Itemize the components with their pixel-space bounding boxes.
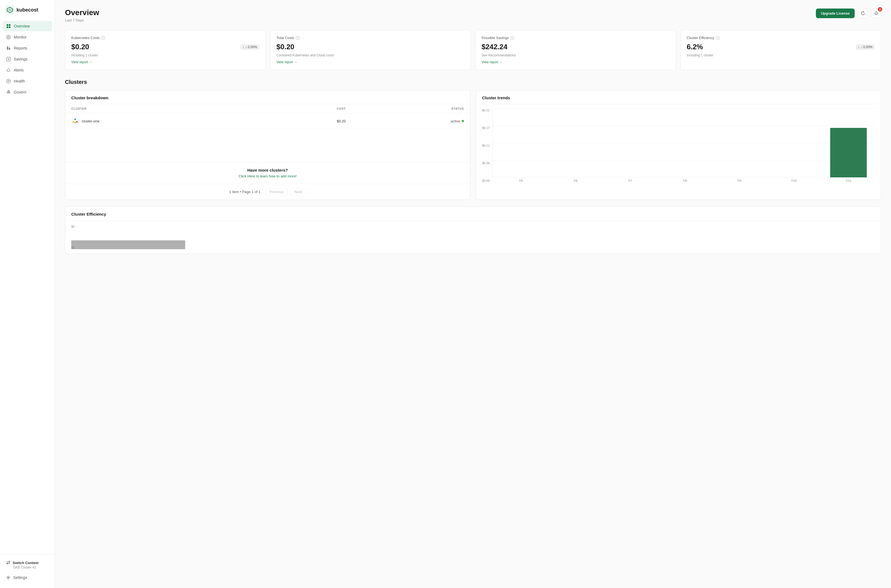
y-label: $0.17 bbox=[482, 126, 490, 129]
savings-icon bbox=[6, 57, 11, 62]
trends-y-labels: $0.22$0.17$0.11$0.06$0.00 bbox=[482, 109, 493, 182]
col-cost: COST bbox=[253, 104, 352, 113]
bar-wrap bbox=[822, 109, 875, 177]
eff-y-label: $0 bbox=[71, 246, 75, 249]
chart-bar bbox=[830, 128, 867, 177]
arrow-down-icon: ↓ bbox=[242, 45, 244, 49]
info-icon-savings[interactable]: i bbox=[511, 36, 514, 40]
x-label: 7/9 bbox=[713, 179, 766, 182]
trends-bars-area: 7/57/67/77/87/97/107/11 bbox=[493, 109, 875, 182]
svg-rect-3 bbox=[7, 26, 8, 28]
cluster-cost-cell: $0.20 bbox=[253, 113, 352, 129]
y-label: $0.06 bbox=[482, 162, 490, 165]
svg-point-5 bbox=[7, 35, 11, 39]
metric-badge-kubernetes: ↓ ↓ 0.00% bbox=[240, 44, 259, 50]
svg-point-22 bbox=[73, 121, 74, 123]
page-header: Overview Last 7 Days Upgrade License 2 bbox=[65, 8, 881, 22]
sidebar-item-govern-label: Govern bbox=[14, 90, 26, 94]
svg-point-6 bbox=[8, 36, 9, 38]
arrow-down-icon-eff: ↓ bbox=[858, 45, 859, 49]
switch-icon bbox=[6, 561, 11, 565]
sidebar-item-monitor[interactable]: Monitor bbox=[3, 32, 52, 42]
sidebar-item-savings[interactable]: Savings bbox=[3, 54, 52, 64]
overview-icon bbox=[6, 24, 11, 28]
logo[interactable]: kubecost bbox=[0, 6, 55, 21]
next-button[interactable]: Next bbox=[290, 188, 306, 196]
sidebar-item-reports[interactable]: Reports bbox=[3, 43, 52, 53]
refresh-button[interactable] bbox=[858, 8, 868, 18]
header-actions: Upgrade License 2 bbox=[816, 8, 881, 18]
metric-card-possible-savings: Possible Savings i $242.24 See Recommend… bbox=[475, 30, 676, 70]
header-left: Overview Last 7 Days bbox=[65, 8, 99, 22]
efficiency-y-labels: $0$0 bbox=[71, 225, 75, 249]
svg-rect-4 bbox=[9, 26, 11, 28]
bar-wrap bbox=[713, 109, 766, 177]
sidebar-item-reports-label: Reports bbox=[14, 46, 27, 50]
bar-wrap bbox=[768, 109, 820, 177]
govern-icon bbox=[6, 90, 11, 94]
sidebar-item-health[interactable]: Health bbox=[3, 76, 52, 86]
sidebar-item-savings-label: Savings bbox=[14, 57, 27, 62]
switch-context-button[interactable]: Switch Context GKE Cluster #1 bbox=[3, 557, 52, 573]
metric-value-row-kubernetes: $0.20 ↓ ↓ 0.00% bbox=[71, 43, 260, 51]
metric-label-efficiency: Cluster Efficiency i bbox=[687, 36, 875, 40]
efficiency-chart: $0$0 bbox=[65, 220, 881, 254]
sidebar-item-settings[interactable]: Settings bbox=[3, 573, 52, 582]
eff-y-label: $0 bbox=[71, 225, 75, 228]
trends-x-labels: 7/57/67/77/87/97/107/11 bbox=[493, 179, 875, 182]
bar-wrap bbox=[495, 109, 547, 177]
col-cluster: CLUSTER bbox=[65, 104, 253, 113]
sidebar-bottom: Switch Context GKE Cluster #1 Settings bbox=[0, 554, 55, 582]
cluster-name-cell: cluster-one bbox=[65, 113, 253, 129]
pagination-info: 1 item • Page 1 of 1 bbox=[229, 190, 261, 194]
metric-badge-efficiency: ↓ ↓ 0.00% bbox=[856, 44, 875, 50]
y-label: $0.22 bbox=[482, 109, 490, 112]
svg-rect-17 bbox=[8, 90, 10, 91]
trends-chart-area: $0.22$0.17$0.11$0.06$0.00 7/57/67/77 bbox=[476, 104, 881, 187]
svg-rect-7 bbox=[7, 46, 8, 50]
metric-link-kubernetes[interactable]: View report → bbox=[71, 60, 92, 64]
cluster-breakdown-card: Cluster breakdown CLUSTER COST STATUS bbox=[65, 90, 470, 200]
info-icon-total[interactable]: i bbox=[296, 36, 300, 40]
sidebar-item-alerts[interactable]: Alerts bbox=[3, 65, 52, 75]
status-dot bbox=[462, 120, 464, 122]
promo-row: Have more clusters? Click Here to learn … bbox=[65, 162, 470, 184]
svg-rect-1 bbox=[7, 24, 8, 26]
logo-text: kubecost bbox=[17, 7, 38, 13]
info-icon-efficiency[interactable]: i bbox=[716, 36, 720, 40]
svg-point-20 bbox=[74, 118, 76, 120]
switch-context-label: Switch Context bbox=[6, 561, 49, 565]
alerts-icon bbox=[6, 68, 11, 73]
bar-wrap bbox=[659, 109, 711, 177]
metric-value-row-total: $0.20 bbox=[276, 43, 465, 51]
svg-point-19 bbox=[72, 117, 79, 124]
metric-value-total: $0.20 bbox=[276, 43, 294, 51]
sidebar-item-govern[interactable]: Govern bbox=[3, 87, 52, 98]
refresh-icon bbox=[861, 11, 865, 15]
notifications-button[interactable]: 2 bbox=[871, 8, 881, 18]
metric-label-kubernetes: Kubernetes Costs i bbox=[71, 36, 260, 40]
sidebar-item-overview[interactable]: Overview bbox=[3, 21, 52, 32]
info-icon-kubernetes[interactable]: i bbox=[101, 36, 105, 40]
promo-link[interactable]: Click Here to learn how to add more! bbox=[71, 174, 464, 178]
metric-desc-efficiency: Including 1 cluster bbox=[687, 53, 875, 57]
reports-icon bbox=[6, 46, 11, 51]
col-status: STATUS bbox=[352, 104, 470, 113]
cluster-efficiency-header: Cluster Efficiency bbox=[65, 207, 881, 220]
metric-label-savings: Possible Savings i bbox=[482, 36, 670, 40]
previous-button[interactable]: Previous bbox=[266, 188, 288, 196]
trends-chart-inner: $0.22$0.17$0.11$0.06$0.00 7/57/67/77 bbox=[482, 109, 875, 182]
x-label: 7/11 bbox=[822, 179, 875, 182]
sidebar-item-monitor-label: Monitor bbox=[14, 35, 27, 39]
kubecost-logo-icon bbox=[6, 6, 14, 14]
metric-value-savings: $242.24 bbox=[482, 43, 508, 51]
cluster-table: CLUSTER COST STATUS bbox=[65, 104, 470, 129]
metric-link-total[interactable]: View report → bbox=[276, 60, 298, 64]
upgrade-license-button[interactable]: Upgrade License bbox=[816, 9, 855, 18]
metric-link-savings[interactable]: View report → bbox=[482, 60, 502, 64]
eff-bar bbox=[71, 240, 185, 249]
metric-value-row-efficiency: 6.2% ↓ ↓ 0.00% bbox=[687, 43, 875, 51]
table-row[interactable]: cluster-one $0.20 active bbox=[65, 113, 470, 129]
x-label: 7/7 bbox=[604, 179, 657, 182]
x-label: 7/6 bbox=[549, 179, 602, 182]
